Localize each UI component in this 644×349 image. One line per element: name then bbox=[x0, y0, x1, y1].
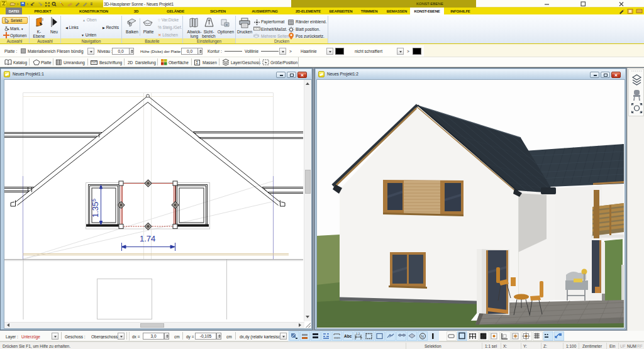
svg-text:Abc: Abc bbox=[344, 334, 352, 338]
svg-text:1.2: 1.2 bbox=[356, 333, 360, 336]
svg-text:1.74: 1.74 bbox=[140, 234, 155, 243]
svg-text:mm: mm bbox=[334, 336, 340, 340]
svg-text:1.355: 1.355 bbox=[91, 199, 100, 218]
svg-text:N: N bbox=[421, 335, 424, 338]
